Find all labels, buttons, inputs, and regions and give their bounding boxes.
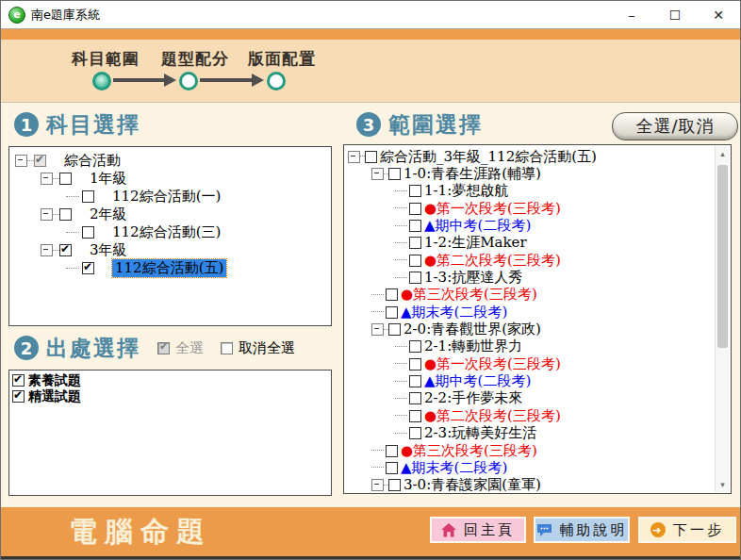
tree-label[interactable]: 3年級 bbox=[90, 241, 127, 259]
tree-row[interactable]: ●第一次段考(三段考) bbox=[344, 200, 731, 217]
tree-row[interactable]: 2-0:青春觀世界(家政) bbox=[344, 321, 731, 338]
tree-checkbox[interactable] bbox=[386, 462, 398, 474]
deselect-all-group[interactable]: 取消全選 bbox=[221, 339, 295, 357]
tree-label[interactable]: ●第二次段考(三段考) bbox=[424, 252, 561, 270]
tree-label[interactable]: 2-2:手作夢未來 bbox=[424, 389, 522, 407]
tree-row[interactable]: ▲期末考(二段考) bbox=[344, 304, 731, 321]
tree-checkbox[interactable] bbox=[386, 288, 398, 301]
select-all-checkbox[interactable] bbox=[157, 342, 170, 354]
tree-label[interactable]: 綜合活動 bbox=[64, 152, 121, 170]
select-all-toggle-button[interactable]: 全選/取消 bbox=[612, 112, 738, 140]
tree-label[interactable]: 2-1:轉動世界力 bbox=[424, 338, 522, 355]
tree-row[interactable]: 112綜合活動(三) bbox=[9, 223, 331, 241]
tree-label[interactable]: ●第三次段考(三段考) bbox=[401, 442, 537, 460]
tree-row[interactable]: ●第二次段考(三段考) bbox=[344, 252, 731, 269]
tree-row[interactable]: ●第二次段考(三段考) bbox=[344, 407, 731, 424]
tree-checkbox[interactable] bbox=[388, 323, 401, 336]
tree-checkbox[interactable] bbox=[59, 244, 72, 256]
list-item-checkbox[interactable] bbox=[12, 390, 25, 403]
tree-label[interactable]: 2-3:玩轉美好生活 bbox=[424, 424, 536, 442]
tree-row[interactable]: ●第三次段考(三段考) bbox=[344, 442, 731, 459]
tree-label[interactable]: 3-0:青春護家園(童軍) bbox=[403, 476, 541, 494]
expander-icon[interactable] bbox=[41, 244, 53, 256]
tree-row[interactable]: ▲期中考(二段考) bbox=[344, 372, 731, 389]
tree-checkbox[interactable] bbox=[82, 262, 94, 274]
tree-label[interactable]: ▲期末考(二段考) bbox=[401, 304, 507, 321]
expander-icon[interactable] bbox=[41, 173, 53, 185]
tree-checkbox[interactable] bbox=[409, 237, 421, 249]
scrollbar-down-icon[interactable]: ▾ bbox=[716, 477, 730, 492]
source-list[interactable]: 素養試題精選試題 bbox=[8, 370, 332, 496]
close-button[interactable]: ✕ bbox=[697, 8, 740, 23]
tree-label[interactable]: 2-0:青春觀世界(家政) bbox=[403, 321, 541, 338]
tree-checkbox[interactable] bbox=[409, 427, 421, 439]
tree-row[interactable]: 2年級 bbox=[9, 206, 331, 223]
tree-checkbox[interactable] bbox=[409, 272, 421, 284]
home-button[interactable]: 回主頁 bbox=[430, 517, 526, 543]
tree-checkbox[interactable] bbox=[59, 173, 72, 185]
tree-label[interactable]: 112綜合活動(三) bbox=[112, 223, 221, 241]
tree-label[interactable]: 1-2:生涯Maker bbox=[424, 234, 527, 252]
tree-label[interactable]: 1-1:夢想啟航 bbox=[424, 182, 508, 200]
tree-checkbox[interactable] bbox=[409, 220, 421, 232]
tree-row[interactable]: 2-3:玩轉美好生活 bbox=[344, 425, 731, 442]
tree-row[interactable]: 綜合活動_3年級_112綜合活動(五) bbox=[344, 148, 731, 165]
tree-checkbox[interactable] bbox=[59, 208, 72, 221]
step-circle-1[interactable] bbox=[92, 72, 111, 91]
tree-label[interactable]: 112綜合活動(五) bbox=[112, 259, 226, 277]
tree-label[interactable]: 綜合活動_3年級_112綜合活動(五) bbox=[380, 148, 597, 166]
step-circle-2[interactable] bbox=[179, 72, 198, 91]
tree-checkbox[interactable] bbox=[409, 358, 421, 371]
tree-label[interactable]: 2年級 bbox=[90, 206, 127, 223]
expander-icon[interactable] bbox=[41, 208, 53, 221]
tree-checkbox[interactable] bbox=[386, 306, 398, 319]
expander-icon[interactable] bbox=[348, 151, 360, 163]
tree-label[interactable]: ▲期中考(二段考) bbox=[424, 217, 531, 235]
tree-label[interactable]: ●第一次段考(三段考) bbox=[424, 200, 561, 218]
expander-icon[interactable] bbox=[371, 323, 384, 336]
range-tree[interactable]: 綜合活動_3年級_112綜合活動(五)1-0:青春生涯路(輔導)1-1:夢想啟航… bbox=[343, 144, 732, 494]
tree-row[interactable]: 3-0:青春護家園(童軍) bbox=[344, 477, 731, 494]
list-item[interactable]: 素養試題 bbox=[9, 372, 331, 388]
tree-checkbox[interactable] bbox=[386, 445, 398, 457]
tree-checkbox[interactable] bbox=[409, 392, 421, 404]
expander-icon[interactable] bbox=[15, 155, 27, 167]
tree-checkbox[interactable] bbox=[82, 226, 94, 239]
tree-row[interactable]: ▲期末考(二段考) bbox=[344, 459, 731, 476]
tree-checkbox[interactable] bbox=[365, 151, 377, 163]
tree-row[interactable]: 1年級 bbox=[9, 170, 331, 188]
tree-checkbox[interactable] bbox=[409, 255, 421, 267]
expander-icon[interactable] bbox=[371, 168, 384, 180]
tree-checkbox[interactable] bbox=[409, 375, 421, 387]
tree-row[interactable]: 1-2:生涯Maker bbox=[344, 235, 731, 252]
tree-row[interactable]: ▲期中考(二段考) bbox=[344, 217, 731, 234]
tree-checkbox[interactable] bbox=[388, 168, 401, 180]
deselect-all-checkbox[interactable] bbox=[221, 342, 233, 354]
maximize-button[interactable]: ☐ bbox=[653, 8, 697, 23]
tree-row[interactable]: 2-1:轉動世界力 bbox=[344, 338, 731, 355]
minimize-button[interactable]: – bbox=[610, 8, 653, 23]
tree-row[interactable]: 112綜合活動(五) bbox=[9, 259, 331, 277]
tree-row[interactable]: 1-3:抗壓達人秀 bbox=[344, 269, 731, 286]
tree-row[interactable]: 綜合活動 bbox=[9, 152, 331, 170]
scrollbar-up-icon[interactable]: ▴ bbox=[716, 146, 730, 161]
tree-checkbox[interactable] bbox=[409, 203, 421, 215]
next-button[interactable]: ➜ 下一步 bbox=[638, 517, 736, 543]
tree-checkbox[interactable] bbox=[82, 190, 94, 203]
list-item[interactable]: 精選試題 bbox=[9, 388, 331, 404]
list-item-label[interactable]: 精選試題 bbox=[28, 388, 81, 405]
tree-checkbox[interactable] bbox=[409, 185, 421, 197]
tree-label[interactable]: ●第三次段考(三段考) bbox=[401, 286, 537, 304]
expander-icon[interactable] bbox=[371, 479, 384, 491]
list-item-checkbox[interactable] bbox=[12, 374, 25, 387]
tree-label[interactable]: ▲期中考(二段考) bbox=[424, 372, 531, 390]
list-item-label[interactable]: 素養試題 bbox=[28, 372, 81, 389]
tree-checkbox[interactable] bbox=[409, 410, 421, 422]
tree-row[interactable]: 1-1:夢想啟航 bbox=[344, 183, 731, 200]
tree-label[interactable]: ▲期末考(二段考) bbox=[401, 459, 507, 477]
subject-tree[interactable]: 綜合活動1年級112綜合活動(一)2年級112綜合活動(三)3年級112綜合活動… bbox=[8, 146, 332, 326]
tree-label[interactable]: ●第一次段考(三段考) bbox=[424, 355, 561, 373]
tree-row[interactable]: 3年級 bbox=[9, 241, 331, 259]
tree-checkbox[interactable] bbox=[34, 155, 46, 167]
select-all-group[interactable]: 全選 bbox=[157, 339, 204, 357]
